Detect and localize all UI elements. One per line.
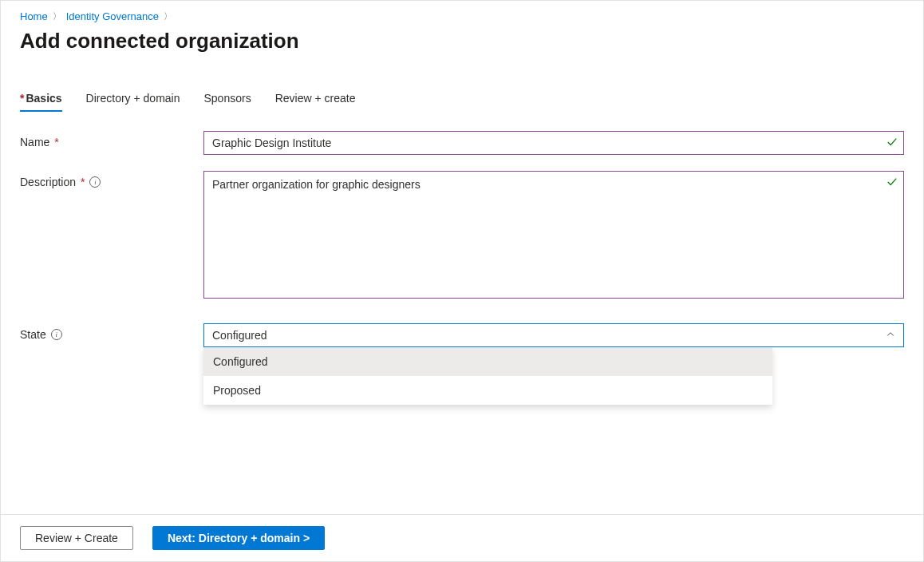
tab-label: Sponsors — [204, 92, 251, 105]
tab-label: Directory + domain — [86, 92, 180, 105]
state-label: State i — [20, 323, 203, 341]
info-icon[interactable]: i — [51, 329, 62, 340]
breadcrumb: Home 〉 Identity Governance 〉 — [20, 7, 904, 22]
name-label: Name * — [20, 131, 203, 148]
name-field-wrap — [203, 131, 904, 155]
check-icon — [886, 176, 898, 188]
form-row-description: Description * i — [20, 171, 904, 301]
form-row-name: Name * — [20, 131, 904, 155]
check-icon — [886, 137, 898, 148]
state-select[interactable]: Configured — [203, 323, 904, 347]
footer-bar: Review + Create Next: Directory + domain… — [1, 514, 923, 561]
tab-bar: *Basics Directory + domain Sponsors Revi… — [20, 92, 904, 112]
chevron-up-icon — [886, 329, 895, 342]
form-row-state: State i Configured Configured Proposed — [20, 323, 904, 347]
next-button[interactable]: Next: Directory + domain > — [152, 526, 325, 550]
dropdown-option-proposed[interactable]: Proposed — [203, 376, 772, 405]
review-create-button[interactable]: Review + Create — [20, 526, 133, 550]
required-indicator: * — [81, 176, 85, 188]
tab-review-create[interactable]: Review + create — [275, 92, 356, 111]
description-input[interactable] — [203, 171, 904, 299]
tab-sponsors[interactable]: Sponsors — [204, 92, 251, 111]
label-text: Name — [20, 136, 49, 148]
required-indicator: * — [20, 92, 24, 105]
tab-directory-domain[interactable]: Directory + domain — [86, 92, 180, 111]
page-title: Add connected organization — [20, 29, 904, 53]
state-selected-value: Configured — [212, 329, 267, 342]
description-field-wrap — [203, 171, 904, 301]
name-input[interactable] — [203, 131, 904, 155]
tab-label: Basics — [26, 92, 61, 105]
description-label: Description * i — [20, 171, 203, 188]
state-dropdown-list: Configured Proposed — [203, 347, 772, 405]
tab-basics[interactable]: *Basics — [20, 92, 62, 111]
breadcrumb-link-home[interactable]: Home — [20, 10, 48, 22]
tab-label: Review + create — [275, 92, 356, 105]
breadcrumb-link-identity-governance[interactable]: Identity Governance — [66, 10, 159, 22]
label-text: State — [20, 328, 46, 341]
page-container: Home 〉 Identity Governance 〉 Add connect… — [0, 0, 924, 562]
state-field-wrap: Configured Configured Proposed — [203, 323, 904, 347]
content-area: Home 〉 Identity Governance 〉 Add connect… — [1, 1, 923, 347]
info-icon[interactable]: i — [89, 176, 101, 188]
label-text: Description — [20, 176, 76, 188]
chevron-right-icon: 〉 — [164, 10, 172, 22]
dropdown-option-configured[interactable]: Configured — [203, 347, 772, 376]
required-indicator: * — [54, 136, 58, 148]
chevron-right-icon: 〉 — [53, 10, 61, 22]
